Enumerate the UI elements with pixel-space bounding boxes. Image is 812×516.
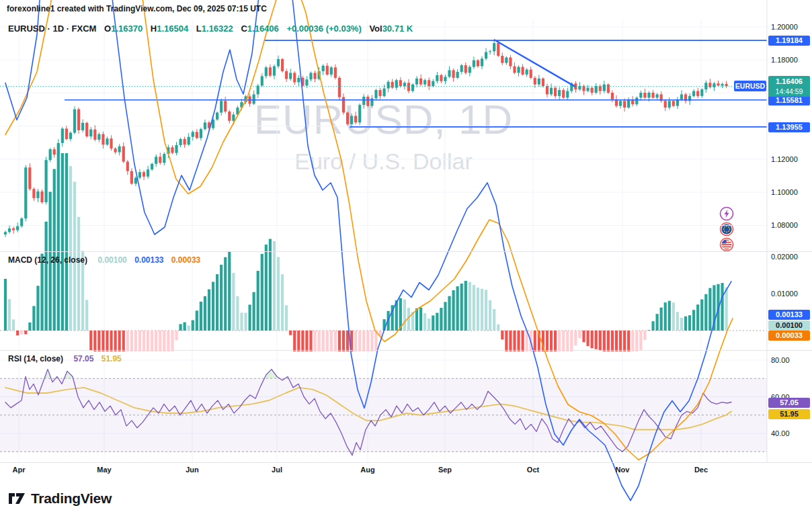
rsi-panel [0,370,767,456]
candlestick-series [4,40,728,236]
macd-signal-value: 0.00033 [171,255,200,265]
close-value: 1.16406 [247,24,279,34]
tradingview-chart-window: forexonline1 created with TradingView.co… [0,0,812,516]
change-value: +0.00036 (+0.03%) [286,24,361,34]
rsi-legend[interactable]: RSI (14, close) 57.05 51.95 [8,354,122,363]
high-label: H [151,24,157,34]
macd-histogram-value: 0.00100 [97,255,126,265]
drawing-tools[interactable] [0,40,767,127]
low-value: 1.16322 [202,24,233,34]
tradingview-mark-icon [8,491,26,506]
macd-legend[interactable]: MACD (12, 26, close) 0.00100 0.00133 0.0… [8,255,200,265]
open-value: 1.16370 [111,24,143,34]
rsi-ma-value: 51.95 [102,354,122,363]
volume-value: 30.71 K [382,24,413,34]
close-label: C [241,24,247,34]
open-label: O [104,24,111,34]
volume-label: Vol [369,24,382,34]
macd-title[interactable]: MACD (12, 26, close) [8,255,87,265]
symbol-legend[interactable]: EURUSD · 1D · FXCM O1.16370 H1.16504 L1.… [8,24,413,34]
tradingview-logo[interactable]: TradingView [8,490,112,507]
macd-line-value: 0.00133 [134,255,163,265]
rsi-value: 57.05 [73,354,93,363]
high-value: 1.16504 [157,24,188,34]
rsi-title[interactable]: RSI (14, close) [8,354,63,363]
low-label: L [196,24,202,34]
attribution-text: forexonline1 created with TradingView.co… [7,4,267,13]
symbol-title[interactable]: EURUSD · 1D · FXCM [8,24,96,34]
brand-name: TradingView [31,490,112,507]
